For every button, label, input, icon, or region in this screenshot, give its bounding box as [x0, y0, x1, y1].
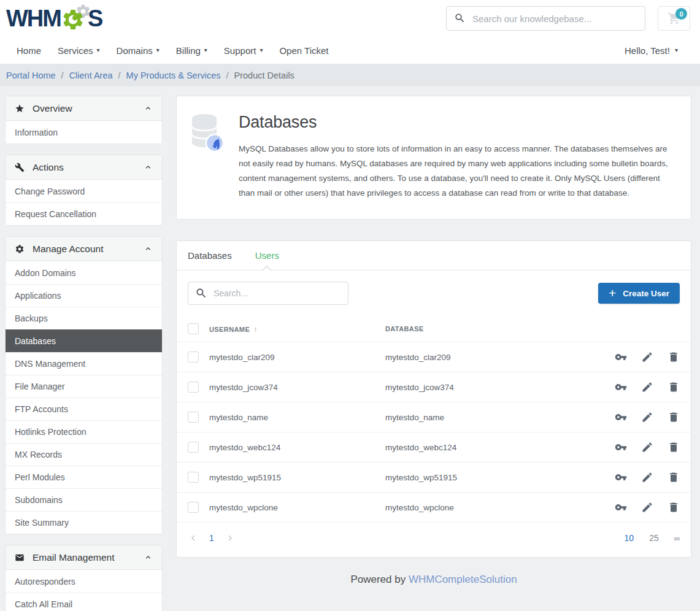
nav-item-home[interactable]: Home [17, 45, 41, 56]
trash-icon[interactable] [667, 351, 680, 363]
caret-down-icon: ▾ [204, 47, 207, 53]
logo-text-left: WHM [6, 7, 61, 30]
sidebar-panel-header-actions[interactable]: Actions [6, 155, 162, 180]
tab-users[interactable]: Users [255, 241, 279, 270]
nav-item-services[interactable]: Services▾ [58, 45, 100, 56]
row-actions [615, 441, 680, 453]
sidebar-item-dns-management[interactable]: DNS Management [6, 352, 162, 375]
nav-item-label: Support [224, 45, 256, 56]
sidebar-item-ftp-accounts[interactable]: FTP Accounts [6, 398, 162, 420]
sidebar-item-subdomains[interactable]: Subdomains [6, 488, 162, 511]
sidebar-panel-header-email-management[interactable]: Email Management [6, 545, 162, 570]
pager-controls: 1 [188, 532, 236, 544]
row-checkbox[interactable] [188, 502, 199, 513]
key-icon[interactable] [615, 441, 627, 453]
chevron-up-icon [144, 163, 153, 172]
pencil-icon[interactable] [641, 501, 653, 513]
trash-icon[interactable] [667, 471, 680, 483]
knowledgebase-search-input[interactable] [446, 6, 645, 31]
sidebar-item-perl-modules[interactable]: Perl Modules [6, 466, 162, 488]
prev-page-button[interactable] [188, 532, 199, 544]
tab-databases[interactable]: Databases [188, 241, 232, 270]
envelope-icon [15, 553, 25, 563]
sidebar-panel-header-overview[interactable]: Overview [6, 96, 162, 121]
cart-button[interactable]: 0 [658, 6, 690, 31]
gear-logo-icon [60, 4, 88, 33]
pencil-icon[interactable] [641, 381, 653, 393]
cell-database: mytestdo_clar209 [385, 353, 615, 362]
key-icon[interactable] [615, 381, 627, 393]
sidebar-item-change-password[interactable]: Change Password [6, 180, 162, 202]
column-header-database[interactable]: DATABASE [385, 325, 615, 332]
table-row: mytestdo_clar209mytestdo_clar209 [177, 342, 691, 372]
nav-item-domains[interactable]: Domains▾ [117, 45, 160, 56]
page-size-all[interactable]: ∞ [674, 534, 680, 543]
key-icon[interactable] [615, 501, 627, 513]
whmcs-link[interactable]: WHMCompleteSolution [409, 574, 517, 585]
table-row: mytestdo_namemytestdo_name [177, 402, 691, 432]
nav-item-support[interactable]: Support▾ [224, 45, 263, 56]
select-all-checkbox[interactable] [188, 323, 199, 334]
sidebar-item-file-manager[interactable]: File Manager [6, 375, 162, 398]
trash-icon[interactable] [667, 381, 680, 393]
nav-item-label: Services [58, 45, 93, 56]
page-size-25[interactable]: 25 [649, 533, 659, 543]
current-page[interactable]: 1 [209, 533, 214, 543]
sidebar-panel-header-manage-account[interactable]: Manage Account [6, 237, 162, 261]
sidebar-item-addon-domains[interactable]: Addon Domains [6, 261, 162, 284]
row-checkbox[interactable] [188, 382, 199, 393]
sidebar-item-request-cancellation[interactable]: Request Cancellation [6, 202, 162, 225]
sidebar-item-backups[interactable]: Backups [6, 307, 162, 329]
row-checkbox[interactable] [188, 412, 199, 423]
page-size-10[interactable]: 10 [625, 533, 634, 543]
trash-icon[interactable] [667, 441, 680, 453]
row-checkbox[interactable] [188, 472, 199, 483]
breadcrumb-item-client-area[interactable]: Client Area [69, 71, 113, 80]
chevron-left-icon [188, 532, 199, 544]
sidebar-item-information[interactable]: Information [6, 121, 162, 144]
caret-down-icon: ▾ [675, 47, 678, 53]
nav-item-label: Billing [176, 45, 201, 56]
sidebar-panel-overview: OverviewInformation [5, 96, 163, 144]
table-search [188, 282, 348, 305]
main-nav-list: HomeServices▾Domains▾Billing▾Support▾Ope… [17, 45, 328, 56]
row-checkbox[interactable] [188, 442, 199, 453]
gear-icon [15, 244, 25, 254]
sidebar-item-site-summary[interactable]: Site Summary [6, 511, 162, 534]
create-user-label: Create User [623, 289, 669, 298]
panel-title: Manage Account [33, 244, 103, 255]
sidebar-item-hotlinks-protection[interactable]: Hotlinks Protection [6, 420, 162, 443]
trash-icon[interactable] [667, 411, 680, 423]
trash-icon[interactable] [667, 501, 680, 513]
breadcrumb-item-portal-home[interactable]: Portal Home [6, 71, 56, 80]
user-menu[interactable]: Hello, Test! ▾ [625, 45, 678, 56]
nav-item-open-ticket[interactable]: Open Ticket [279, 45, 328, 56]
row-actions [615, 501, 680, 513]
pencil-icon[interactable] [641, 411, 653, 423]
nav-item-billing[interactable]: Billing▾ [176, 45, 207, 56]
sidebar-item-mx-records[interactable]: MX Records [6, 443, 162, 466]
key-icon[interactable] [615, 351, 627, 363]
sidebar-item-databases[interactable]: Databases [6, 329, 162, 352]
star-icon [15, 104, 25, 113]
pencil-icon[interactable] [641, 441, 653, 453]
next-page-button[interactable] [225, 532, 236, 544]
pencil-icon[interactable] [641, 471, 653, 483]
create-user-button[interactable]: + Create User [598, 283, 680, 304]
key-icon[interactable] [615, 411, 627, 423]
sidebar-item-catch-all-email[interactable]: Catch All Email [6, 593, 162, 611]
table-search-input[interactable] [188, 282, 348, 305]
pencil-icon[interactable] [641, 351, 653, 363]
sidebar-item-autoresponders[interactable]: Autoresponders [6, 570, 162, 593]
cell-username: mytestdo_name [209, 413, 385, 422]
row-actions [615, 411, 680, 423]
sidebar-item-applications[interactable]: Applications [6, 284, 162, 307]
row-actions [615, 381, 680, 393]
nav-item-label: Home [17, 45, 41, 56]
footer: Powered by WHMCompleteSolution [176, 558, 691, 592]
breadcrumb-item-my-products-services[interactable]: My Products & Services [126, 71, 221, 80]
row-checkbox[interactable] [188, 352, 199, 363]
whmcs-logo[interactable]: WHM S [6, 4, 102, 33]
key-icon[interactable] [615, 471, 627, 483]
column-header-username[interactable]: USERNAME↑ [209, 325, 385, 334]
